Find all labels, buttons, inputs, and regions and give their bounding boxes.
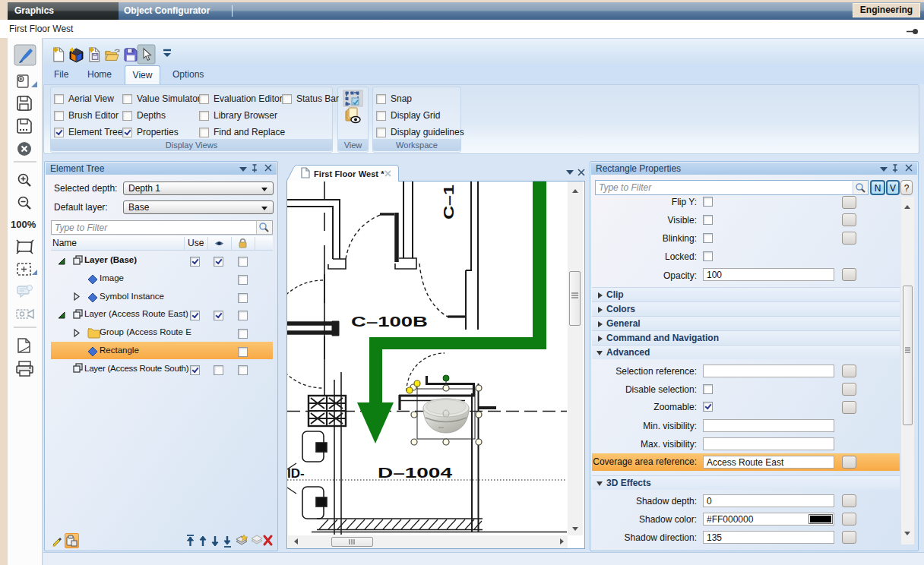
svg-text:ID-: ID- [287,466,305,481]
svg-text:C–1: C–1 [441,185,457,219]
svg-text:C–100B: C–100B [351,314,428,330]
svg-text:100%: 100% [11,219,36,230]
svg-text:D–1004: D–1004 [378,465,453,481]
